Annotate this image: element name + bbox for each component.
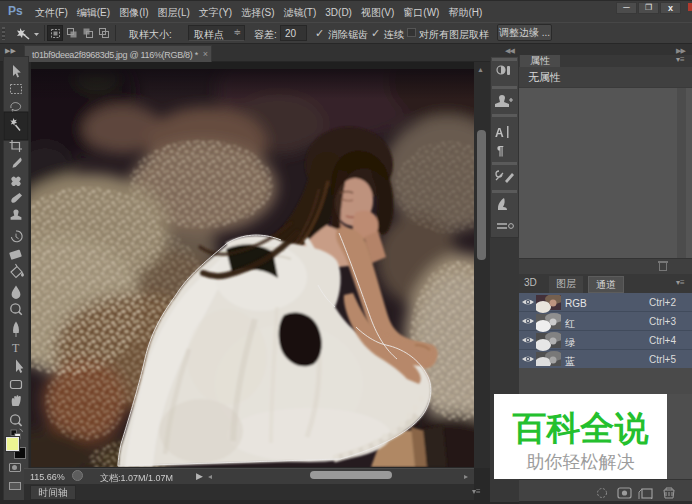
svg-text:A: A: [495, 126, 504, 140]
svg-text:T: T: [12, 341, 20, 355]
svg-text:¶: ¶: [497, 144, 504, 158]
